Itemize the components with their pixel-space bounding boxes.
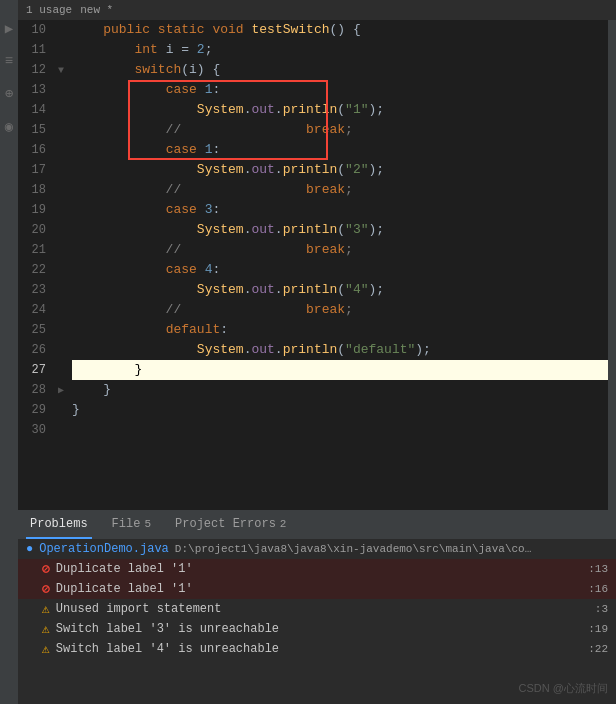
problem-text-3: Unused import statement (56, 602, 589, 616)
token (205, 20, 213, 40)
problem-row-duplicate-1-13[interactable]: ⊘ Duplicate label '1' :13 (18, 559, 616, 579)
token (72, 20, 103, 40)
tab-project-errors[interactable]: Project Errors 2 (171, 511, 290, 539)
warning-icon-2: ⚠ (42, 621, 50, 637)
line-num-16: 16 (18, 140, 46, 160)
token: . (275, 340, 283, 360)
code-line-area: 1011121314151617181920212223242526272829… (18, 20, 616, 510)
token: break (306, 300, 345, 320)
token: 2 (197, 40, 205, 60)
token: println (283, 340, 338, 360)
problem-location-1: :13 (588, 563, 608, 575)
token (72, 200, 166, 220)
line-num-25: 25 (18, 320, 46, 340)
token: : (212, 260, 220, 280)
fold-marker-28[interactable]: ▶ (54, 380, 68, 400)
token (181, 240, 306, 260)
fold-marker-24 (54, 300, 68, 320)
token: // (72, 120, 181, 140)
token: out (251, 220, 274, 240)
fold-marker-17 (54, 160, 68, 180)
problem-row-unreachable-3[interactable]: ⚠ Switch label '3' is unreachable :19 (18, 619, 616, 639)
problem-file-row: ● OperationDemo.java D:\project1\java8\j… (18, 539, 616, 559)
sidebar-icon-add[interactable]: ⊕ (5, 85, 13, 102)
token: } (72, 400, 80, 420)
line-num-13: 13 (18, 80, 46, 100)
problem-location-2: :16 (588, 583, 608, 595)
code-line-13: case 1: (72, 80, 608, 100)
problem-text-5: Switch label '4' is unreachable (56, 642, 582, 656)
fold-marker-27 (54, 360, 68, 380)
code-line-10: public static void testSwitch() { (72, 20, 608, 40)
fold-marker-15 (54, 120, 68, 140)
fold-marker-30 (54, 420, 68, 440)
token: . (275, 280, 283, 300)
token: } (72, 380, 111, 400)
tab-file[interactable]: File 5 (108, 511, 155, 539)
token (72, 260, 166, 280)
token (72, 140, 166, 160)
problem-row-duplicate-1-16[interactable]: ⊘ Duplicate label '1' :16 (18, 579, 616, 599)
code-line-23: System.out.println("4"); (72, 280, 608, 300)
token (72, 280, 197, 300)
token: case (166, 140, 197, 160)
token: . (275, 220, 283, 240)
token: ; (345, 300, 353, 320)
token (181, 180, 306, 200)
tab-problems[interactable]: Problems (26, 511, 92, 539)
problem-filename: OperationDemo.java (39, 542, 169, 556)
tab-project-errors-badge: 2 (280, 518, 287, 530)
problem-row-unused-import[interactable]: ⚠ Unused import statement :3 (18, 599, 616, 619)
token (197, 260, 205, 280)
token: "default" (345, 340, 415, 360)
fold-marker-13 (54, 80, 68, 100)
token: case (166, 260, 197, 280)
token: ); (369, 220, 385, 240)
token (181, 120, 306, 140)
code-line-25: default: (72, 320, 608, 340)
token: ( (337, 280, 345, 300)
code-line-30 (72, 420, 608, 440)
code-line-20: System.out.println("3"); (72, 220, 608, 240)
token: : (220, 320, 228, 340)
fold-marker-12[interactable]: ▼ (54, 60, 68, 80)
token: println (283, 220, 338, 240)
token (72, 220, 197, 240)
scrollbar-right[interactable] (608, 20, 616, 510)
code-line-21: // break; (72, 240, 608, 260)
code-lines[interactable]: public static void testSwitch() { int i … (68, 20, 608, 510)
problem-location-5: :22 (588, 643, 608, 655)
problem-text-2: Duplicate label '1' (56, 582, 582, 596)
token (72, 80, 166, 100)
sidebar-icon-circle[interactable]: ◉ (5, 118, 13, 135)
token: ; (345, 240, 353, 260)
panel-content: ● OperationDemo.java D:\project1\java8\j… (18, 539, 616, 704)
token: ); (415, 340, 431, 360)
token (72, 340, 197, 360)
token: static (158, 20, 205, 40)
fold-marker-29 (54, 400, 68, 420)
line-num-27: 27 (18, 360, 46, 380)
problem-row-unreachable-4[interactable]: ⚠ Switch label '4' is unreachable :22 (18, 639, 616, 659)
token: System (197, 100, 244, 120)
error-icon: ⊘ (42, 561, 50, 577)
code-line-27: } (72, 360, 608, 380)
tab-file-label: File (112, 517, 141, 531)
line-numbers: 1011121314151617181920212223242526272829… (18, 20, 54, 510)
fold-marker-21 (54, 240, 68, 260)
token: out (251, 160, 274, 180)
sidebar-icon-menu[interactable]: ≡ (5, 53, 13, 69)
token: . (244, 100, 252, 120)
line-num-11: 11 (18, 40, 46, 60)
token (72, 100, 197, 120)
code-line-28: } (72, 380, 608, 400)
tab-project-errors-label: Project Errors (175, 517, 276, 531)
sidebar-icon-run[interactable]: ▶ (5, 20, 13, 37)
token: case (166, 200, 197, 220)
panel-tabs: Problems File 5 Project Errors 2 (18, 511, 616, 539)
fold-marker-14 (54, 100, 68, 120)
token: // (72, 240, 181, 260)
token: int (134, 40, 157, 60)
code-line-12: switch(i) { (72, 60, 608, 80)
token: "3" (345, 220, 368, 240)
